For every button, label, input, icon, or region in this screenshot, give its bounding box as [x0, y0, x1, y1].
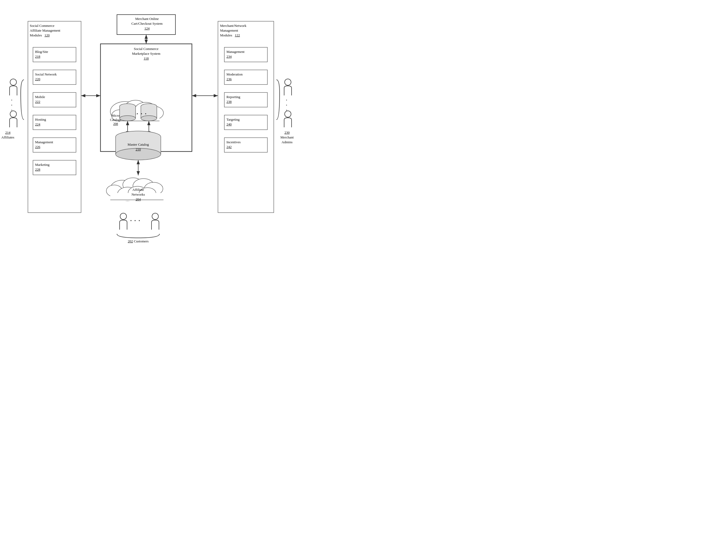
svg-point-56	[10, 111, 16, 117]
mod-targeting-label: Targeting 240	[226, 117, 239, 127]
micro-catalogs-dots: • • •	[137, 112, 147, 116]
affiliate-networks-label: Affiliate Networks 204	[117, 187, 159, 202]
svg-point-60	[152, 213, 158, 220]
diagram-container: Social Commerce Affiliate Management Mod…	[0, 0, 364, 280]
affiliate-person-2	[9, 110, 18, 127]
mod-mgmt-left-label: Management 226	[35, 140, 53, 149]
affiliate-person-1	[9, 78, 18, 95]
mod-reporting-label: Reporting 238	[226, 95, 240, 104]
customer-person-2	[150, 213, 160, 230]
svg-point-21	[141, 104, 157, 109]
svg-point-25	[141, 116, 157, 121]
mod-mobile-label: Mobile 222	[35, 95, 45, 104]
svg-point-28	[116, 131, 161, 143]
cart-label: Merchant Online Cart/Checkout System 124	[119, 16, 175, 31]
customer-person-1	[119, 213, 128, 230]
left-panel-label: Social Commerce Affiliate Management Mod…	[30, 23, 78, 38]
mod-hosting-label: Hosting 224	[35, 117, 46, 127]
customers-dots: • • •	[130, 218, 141, 223]
merchant-admin-person-2	[283, 110, 293, 127]
mod-social-label: Social Network 220	[35, 72, 57, 82]
mod-incentives-label: Incentives 242	[226, 140, 241, 149]
merchant-admin-person-1	[283, 78, 293, 95]
svg-point-58	[285, 111, 291, 117]
mod-management-label: Management 234	[226, 49, 245, 59]
svg-point-59	[120, 213, 127, 220]
mod-mktg-label: Marketing 228	[35, 162, 49, 172]
micro-catalogs-label: Micro Catalogs 208	[105, 114, 126, 126]
marketplace-label: Social Commerce Marketplace System 118	[102, 47, 190, 61]
mod-moderation-label: Moderation 236	[226, 72, 243, 82]
svg-point-12	[145, 106, 163, 120]
merchant-admins-label: 230 Merchant Admins	[280, 130, 294, 145]
svg-point-57	[285, 79, 291, 85]
master-catalog-label: Master Catalog 210	[120, 142, 157, 152]
mod-blog-label: Blog/Site 218	[35, 49, 48, 59]
customers-label: 202 Customers	[112, 239, 165, 243]
right-panel-label: Merchant/Network Management Modules 122	[220, 23, 272, 38]
affiliates-label: 214 Affiliates	[1, 130, 14, 140]
svg-point-16	[120, 104, 136, 109]
diagram-svg	[0, 0, 364, 280]
svg-point-55	[10, 79, 16, 85]
